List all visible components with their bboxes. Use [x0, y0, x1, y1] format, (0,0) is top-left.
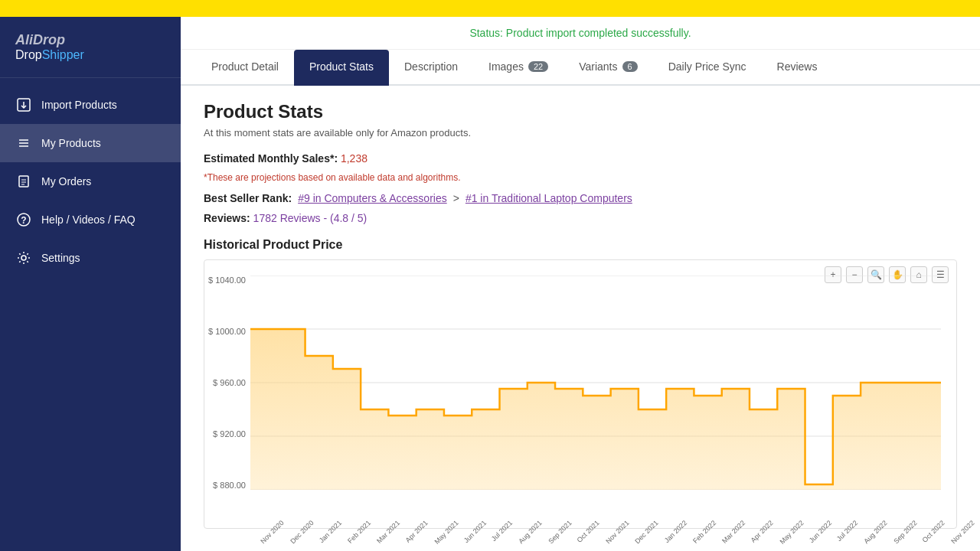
- x-label-mar2021: Mar 2021: [375, 519, 401, 545]
- tabs-bar: Product Detail Product Stats Description…: [181, 50, 980, 86]
- x-label-jan2022: Jan 2022: [663, 519, 688, 544]
- x-label-jan2021: Jan 2021: [318, 519, 343, 544]
- x-label-nov2022: Nov 2022: [949, 519, 975, 545]
- x-label-sep2021: Sep 2021: [547, 519, 573, 545]
- svg-point-11: [21, 256, 26, 260]
- x-label-jun2022: Jun 2022: [808, 519, 833, 544]
- tab-label-description: Description: [404, 60, 458, 73]
- variants-badge: 6: [622, 61, 638, 72]
- tab-images[interactable]: Images 22: [473, 50, 564, 86]
- chart-title: Historical Product Price: [204, 238, 957, 252]
- bestseller-row: Best Seller Rank: #9 in Computers & Acce…: [204, 192, 957, 204]
- sidebar-item-settings[interactable]: Settings: [0, 239, 181, 277]
- sidebar-item-my-orders[interactable]: My Orders: [0, 162, 181, 201]
- tab-daily-price-sync[interactable]: Daily Price Sync: [653, 50, 762, 86]
- tab-label-reviews: Reviews: [777, 60, 818, 73]
- x-label-feb2021: Feb 2021: [346, 519, 372, 545]
- price-chart-area: $ 1040.00 $ 1000.00 $ 960.00 $ 920.00 $ …: [250, 276, 941, 490]
- y-label-1040: $ 1040.00: [208, 276, 246, 285]
- x-label-dec2021: Dec 2021: [634, 519, 660, 545]
- bestseller-arrow: >: [453, 192, 459, 204]
- settings-icon: [15, 249, 32, 266]
- x-label-jun2021: Jun 2021: [462, 519, 488, 544]
- x-label-may2022: May 2022: [778, 519, 805, 546]
- x-label-feb2022: Feb 2022: [691, 519, 717, 545]
- x-label-sep2022: Sep 2022: [892, 519, 918, 545]
- x-label-jul2021: Jul 2021: [490, 519, 514, 543]
- sidebar-item-import-products[interactable]: Import Products: [0, 86, 181, 124]
- tab-label-daily-price-sync: Daily Price Sync: [668, 60, 746, 73]
- bestseller-link-2[interactable]: #1 in Traditional Laptop Computers: [466, 192, 632, 204]
- page-title: Product Stats: [204, 101, 957, 122]
- y-axis: $ 1040.00 $ 1000.00 $ 960.00 $ 920.00 $ …: [208, 276, 246, 490]
- svg-rect-5: [19, 176, 28, 187]
- x-label-nov2021: Nov 2021: [604, 519, 630, 545]
- x-label-oct2021: Oct 2021: [576, 519, 601, 544]
- estimated-label: Estimated Monthly Sales*:: [204, 152, 338, 165]
- x-label-oct2022: Oct 2022: [921, 519, 946, 544]
- tab-product-stats[interactable]: Product Stats: [294, 50, 389, 86]
- x-label-aug2022: Aug 2022: [863, 519, 889, 545]
- sidebar: AliDrop DropShipper Import Products: [0, 17, 181, 551]
- logo-main: DropShipper: [15, 48, 165, 62]
- estimated-sales-row: Estimated Monthly Sales*: 1,238: [204, 152, 957, 165]
- page-subtitle: At this moment stats are available only …: [204, 127, 957, 139]
- main-content: Status: Product import completed success…: [181, 17, 980, 551]
- sidebar-item-label-import: Import Products: [41, 99, 117, 111]
- tab-label-product-detail: Product Detail: [211, 60, 279, 73]
- status-text: Status: Product import completed success…: [469, 27, 691, 39]
- x-label-apr2021: Apr 2021: [404, 519, 430, 544]
- status-bar: Status: Product import completed success…: [181, 17, 980, 50]
- logo-shipper: Shipper: [42, 48, 84, 61]
- chart-container: + − 🔍 ✋ ⌂ ☰ $ 1040.00 $ 1000.00 $ 960.00…: [204, 259, 957, 529]
- logo-top: AliDrop: [15, 32, 165, 48]
- sidebar-item-my-products[interactable]: My Products: [0, 124, 181, 162]
- tab-description[interactable]: Description: [389, 50, 473, 86]
- sidebar-item-label-settings: Settings: [41, 252, 80, 264]
- import-icon: [15, 96, 32, 113]
- content-area: Product Stats At this moment stats are a…: [181, 86, 980, 551]
- x-label-nov2020: Nov 2020: [259, 519, 285, 545]
- y-label-880: $ 880.00: [208, 481, 246, 490]
- x-label-aug2021: Aug 2021: [518, 519, 544, 545]
- reviews-label: Reviews:: [204, 212, 250, 224]
- svg-text:?: ?: [21, 215, 26, 226]
- x-label-jul2022: Jul 2022: [835, 519, 859, 543]
- images-badge: 22: [528, 61, 548, 72]
- y-label-1000: $ 1000.00: [208, 327, 246, 336]
- sidebar-item-label-my-products: My Products: [41, 137, 101, 149]
- reviews-value: 1782 Reviews - (4.8 / 5): [253, 212, 368, 224]
- y-label-960: $ 960.00: [208, 378, 246, 387]
- x-label-dec2020: Dec 2020: [289, 519, 315, 545]
- bestseller-link-1[interactable]: #9 in Computers & Accessories: [298, 192, 447, 204]
- sidebar-logo: AliDrop DropShipper: [0, 17, 181, 78]
- reviews-row: Reviews: 1782 Reviews - (4.8 / 5): [204, 212, 957, 224]
- price-chart-svg: [250, 276, 941, 490]
- orders-icon: [15, 173, 32, 190]
- x-label-may2021: May 2021: [433, 519, 459, 546]
- tab-variants[interactable]: Variants 6: [564, 50, 652, 86]
- list-icon: [15, 135, 32, 152]
- bestseller-label: Best Seller Rank:: [204, 192, 292, 204]
- x-label-apr2022: Apr 2022: [750, 519, 775, 544]
- y-label-920: $ 920.00: [208, 429, 246, 439]
- top-bar: [0, 0, 980, 17]
- help-icon: ?: [15, 211, 32, 228]
- tab-label-product-stats: Product Stats: [309, 60, 374, 73]
- sidebar-item-label-my-orders: My Orders: [41, 175, 91, 187]
- x-label-mar2022: Mar 2022: [720, 519, 746, 545]
- tab-reviews[interactable]: Reviews: [762, 50, 833, 86]
- estimated-note: *These are projections based on availabl…: [204, 172, 957, 183]
- logo-drop: Drop: [15, 48, 42, 61]
- sidebar-item-help[interactable]: ? Help / Videos / FAQ: [0, 201, 181, 239]
- tab-label-variants: Variants: [579, 60, 617, 73]
- sidebar-item-label-help: Help / Videos / FAQ: [41, 214, 136, 226]
- estimated-value-num: 1,238: [341, 152, 368, 165]
- sidebar-navigation: Import Products My Products: [0, 78, 181, 551]
- tab-product-detail[interactable]: Product Detail: [196, 50, 294, 86]
- tab-label-images: Images: [488, 60, 524, 73]
